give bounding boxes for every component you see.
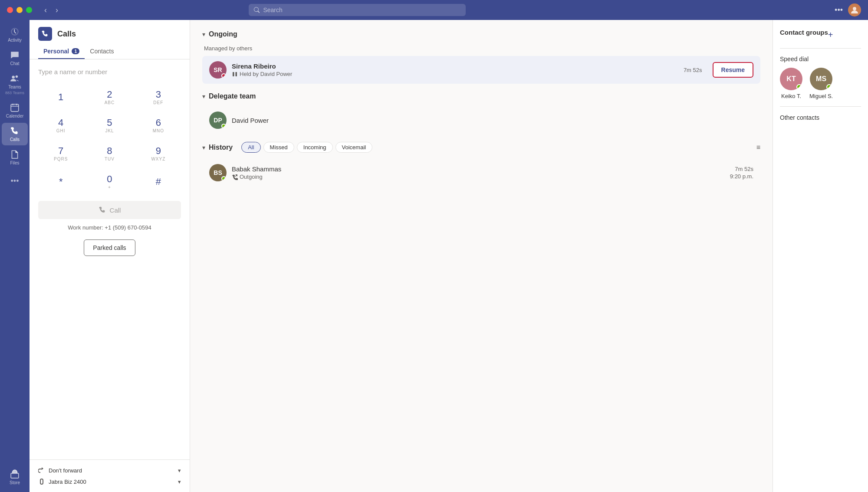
dial-key-5[interactable]: 5JKL <box>87 113 132 138</box>
history-item-duration: 7m 52s <box>730 166 753 172</box>
calls-label: Calls <box>10 137 20 142</box>
ongoing-section-header: ▾ Ongoing <box>202 30 760 38</box>
close-button[interactable] <box>7 7 13 13</box>
search-bar[interactable] <box>249 4 466 16</box>
sidebar-item-activity[interactable]: Activity <box>2 23 28 46</box>
resume-button[interactable]: Resume <box>713 62 753 78</box>
filter-incoming[interactable]: Incoming <box>297 142 333 153</box>
filter-icon[interactable]: ≡ <box>756 144 760 151</box>
forward-label: Don't forward <box>49 467 82 474</box>
device-chevron-icon: ▾ <box>178 479 181 485</box>
speed-dial-grid: KT Keiko T. MS Miguel S. <box>780 68 861 99</box>
history-item-name: Babak Shammas <box>232 165 725 173</box>
filter-all[interactable]: All <box>241 142 260 153</box>
forward-setting[interactable]: Don't forward ▾ <box>38 467 181 474</box>
add-contact-group-button[interactable]: + <box>828 30 833 40</box>
sidebar-item-calendar[interactable]: Calender <box>2 99 28 122</box>
teams-icon <box>10 74 20 83</box>
history-item-time: 9:20 p.m. <box>730 173 753 180</box>
busy-status-dot <box>221 73 226 78</box>
delegate-toggle[interactable]: ▾ <box>202 93 205 100</box>
tab-personal-label: Personal <box>43 48 69 55</box>
name-number-input[interactable] <box>38 66 181 78</box>
ongoing-toggle[interactable]: ▾ <box>202 31 205 38</box>
maximize-button[interactable] <box>26 7 32 13</box>
ongoing-call-sub: Held by David Power <box>232 71 678 77</box>
calendar-label: Calender <box>6 114 24 118</box>
device-setting[interactable]: Jabra Biz 2400 ▾ <box>38 478 181 485</box>
left-panel-footer: Don't forward ▾ Jabra Biz 2400 ▾ <box>30 459 190 492</box>
svg-rect-6 <box>236 72 237 76</box>
calls-header: Calls <box>30 20 190 41</box>
dial-key-4[interactable]: 4GHI <box>38 113 83 138</box>
dial-key-6[interactable]: 6MNO <box>136 113 181 138</box>
sidebar-item-calls[interactable]: Calls <box>2 123 28 145</box>
ongoing-title: Ongoing <box>209 30 237 38</box>
dial-key-7[interactable]: 7PQRS <box>38 141 83 166</box>
personal-badge: 1 <box>72 48 79 54</box>
right-panel: Contact groups + Speed dial KT Keiko T. … <box>773 20 868 492</box>
history-item-info: Babak Shammas Outgoing <box>232 165 725 180</box>
filter-voicemail[interactable]: Voicemail <box>335 142 373 153</box>
speed-dial-miguel[interactable]: MS Miguel S. <box>809 68 833 99</box>
other-contacts-title: Other contacts <box>780 114 819 121</box>
activity-icon <box>10 27 20 36</box>
outgoing-call-icon <box>232 174 238 180</box>
search-input[interactable] <box>263 7 460 13</box>
app-layout: Activity Chat Teams 883 Teams Calender C… <box>0 20 868 492</box>
nav-forward-button[interactable]: › <box>52 4 62 16</box>
svg-point-1 <box>12 75 15 79</box>
sidebar-more[interactable]: ••• <box>2 173 28 189</box>
chat-icon <box>10 50 20 60</box>
ongoing-call-info: Sirena Ribeiro Held by David Power <box>232 62 678 77</box>
dial-key-3[interactable]: 3DEF <box>136 85 181 109</box>
history-item-meta: 7m 52s 9:20 p.m. <box>730 166 753 180</box>
sidebar-item-teams[interactable]: Teams 883 Teams <box>2 70 28 98</box>
dial-key-8[interactable]: 8TUV <box>87 141 132 166</box>
filter-missed[interactable]: Missed <box>263 142 294 153</box>
call-button[interactable]: Call <box>38 201 181 219</box>
dial-key-star[interactable]: * <box>38 169 83 194</box>
delegate-member-name: David Power <box>232 117 269 124</box>
speed-dial-keiko[interactable]: KT Keiko T. <box>780 68 802 99</box>
history-toggle[interactable]: ▾ <box>202 144 205 151</box>
nav-back-button[interactable]: ‹ <box>41 4 50 16</box>
work-number: Work number: +1 (509) 670-0594 <box>38 224 181 231</box>
titlebar: ‹ › ••• <box>0 0 868 20</box>
keiko-status-dot <box>796 84 802 90</box>
forward-chevron-icon: ▾ <box>178 467 181 474</box>
svg-rect-3 <box>11 104 19 111</box>
ongoing-call-time: 7m 52s <box>684 67 702 73</box>
more-options-button[interactable]: ••• <box>835 6 843 15</box>
user-avatar[interactable] <box>848 3 861 16</box>
sidebar-item-chat[interactable]: Chat <box>2 47 28 69</box>
parked-calls-button[interactable]: Parked calls <box>84 239 135 256</box>
svg-rect-5 <box>233 72 234 76</box>
call-button-icon <box>99 206 106 214</box>
forward-icon <box>38 467 45 474</box>
sidebar-item-store[interactable]: Store <box>2 466 28 489</box>
history-item-row: BS Babak Shammas Outgoing 7m 52s 9:20 p.… <box>202 160 760 186</box>
dial-key-0[interactable]: 0+ <box>87 169 132 194</box>
dial-key-2[interactable]: 2ABC <box>87 85 132 109</box>
teams-label: Teams <box>8 85 21 89</box>
more-icon: ••• <box>11 177 19 186</box>
chat-label: Chat <box>10 61 19 66</box>
files-label: Files <box>10 161 19 165</box>
tab-contacts[interactable]: Contacts <box>85 44 119 59</box>
dial-key-1[interactable]: 1 <box>38 85 83 109</box>
ongoing-call-sub-text: Held by David Power <box>240 71 292 77</box>
dial-key-9[interactable]: 9WXYZ <box>136 141 181 166</box>
minimize-button[interactable] <box>16 7 23 13</box>
device-icon <box>38 478 45 485</box>
tab-personal[interactable]: Personal 1 <box>38 44 85 59</box>
tab-contacts-label: Contacts <box>90 48 114 55</box>
teams-sublabel: 883 Teams <box>5 91 24 95</box>
sidebar-item-files[interactable]: Files <box>2 146 28 169</box>
history-item-type: Outgoing <box>240 174 263 180</box>
titlebar-right: ••• <box>835 3 861 16</box>
dial-key-hash[interactable]: # <box>136 169 181 194</box>
left-panel: Calls Personal 1 Contacts 1 2ABC 3DEF 4G… <box>30 20 190 492</box>
search-icon <box>254 7 260 13</box>
sirena-avatar: SR <box>209 61 227 79</box>
